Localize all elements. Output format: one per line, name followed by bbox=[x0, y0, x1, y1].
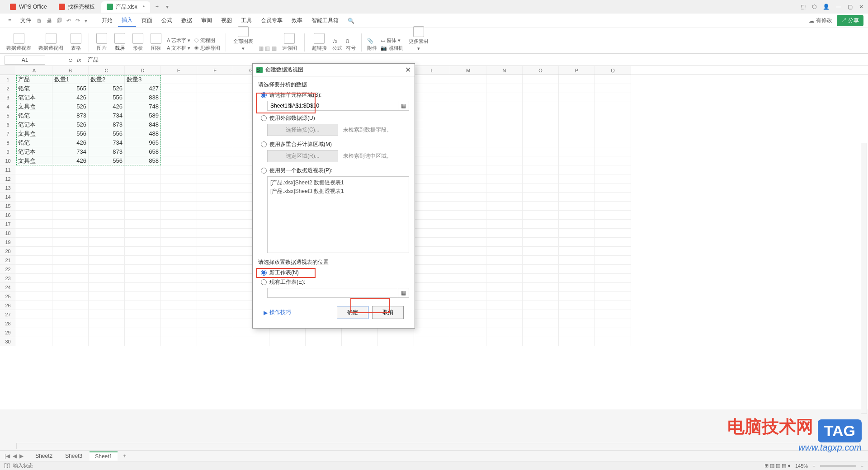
cell[interactable] bbox=[523, 156, 559, 165]
cell[interactable] bbox=[450, 265, 486, 274]
ribbon-textbox[interactable]: A 文本框 ▾ bbox=[167, 45, 190, 52]
radio-exist-input[interactable] bbox=[261, 279, 267, 285]
cell[interactable] bbox=[197, 111, 233, 120]
cell[interactable] bbox=[197, 84, 233, 93]
cell[interactable]: 数量2 bbox=[89, 75, 125, 84]
cell[interactable] bbox=[269, 328, 306, 337]
cell[interactable]: 笔记本 bbox=[16, 93, 52, 102]
col-header[interactable]: M bbox=[450, 66, 486, 75]
cell[interactable] bbox=[16, 247, 52, 256]
cell[interactable] bbox=[450, 193, 486, 202]
cell[interactable] bbox=[486, 202, 523, 211]
cell[interactable] bbox=[197, 319, 233, 328]
cell[interactable] bbox=[197, 75, 233, 84]
cell[interactable] bbox=[559, 310, 595, 319]
cell[interactable] bbox=[414, 310, 450, 319]
cell[interactable] bbox=[125, 238, 161, 247]
cell[interactable] bbox=[306, 337, 342, 346]
row-header[interactable]: 13 bbox=[0, 183, 16, 193]
cell[interactable] bbox=[89, 165, 125, 174]
cell[interactable] bbox=[161, 301, 197, 310]
cell[interactable] bbox=[450, 138, 486, 147]
cell[interactable] bbox=[125, 301, 161, 310]
qa-redo-icon[interactable]: ↷ bbox=[75, 18, 80, 24]
cell[interactable] bbox=[559, 156, 595, 165]
ribbon-icon[interactable]: 图标 bbox=[149, 33, 163, 52]
cell[interactable] bbox=[523, 84, 559, 93]
cell[interactable] bbox=[450, 120, 486, 129]
cell[interactable] bbox=[16, 220, 52, 229]
cell[interactable] bbox=[450, 211, 486, 220]
qa-print-icon[interactable]: 🖶 bbox=[47, 18, 52, 24]
cell[interactable] bbox=[161, 75, 197, 84]
cell[interactable] bbox=[197, 292, 233, 301]
cell[interactable] bbox=[559, 211, 595, 220]
cell[interactable] bbox=[197, 183, 233, 193]
cell[interactable] bbox=[559, 138, 595, 147]
cell[interactable] bbox=[161, 229, 197, 238]
cell[interactable] bbox=[197, 265, 233, 274]
exist-range-field[interactable] bbox=[267, 288, 398, 298]
zoom-in-button[interactable]: + bbox=[861, 463, 863, 469]
cell[interactable] bbox=[559, 111, 595, 120]
cell[interactable]: 铅笔 bbox=[16, 111, 52, 120]
cloud-status[interactable]: ☁ 有修改 bbox=[809, 17, 832, 24]
ribbon-mindmap[interactable]: ◈ 思维导图 bbox=[194, 45, 220, 52]
cell[interactable]: 文具盒 bbox=[16, 156, 52, 165]
new-tab-button[interactable]: + bbox=[151, 4, 163, 10]
cell[interactable]: 笔记本 bbox=[16, 120, 52, 129]
cell[interactable] bbox=[125, 165, 161, 174]
cell[interactable] bbox=[52, 174, 89, 183]
cell[interactable] bbox=[595, 274, 631, 283]
row-header[interactable]: 7 bbox=[0, 129, 16, 138]
menu-tools[interactable]: 工具 bbox=[237, 15, 255, 26]
row-header[interactable]: 6 bbox=[0, 120, 16, 129]
row-header[interactable]: 29 bbox=[0, 328, 16, 337]
zoom-slider[interactable] bbox=[820, 465, 856, 467]
cell[interactable] bbox=[523, 93, 559, 102]
cell[interactable] bbox=[16, 283, 52, 292]
cell[interactable] bbox=[450, 229, 486, 238]
cell[interactable] bbox=[378, 328, 414, 337]
cell[interactable] bbox=[16, 211, 52, 220]
cell[interactable] bbox=[52, 183, 89, 193]
ribbon-more[interactable]: 更多素材 ▾ bbox=[407, 26, 430, 52]
cell[interactable] bbox=[595, 328, 631, 337]
cell[interactable] bbox=[16, 238, 52, 247]
cell[interactable] bbox=[197, 220, 233, 229]
cell[interactable] bbox=[414, 337, 450, 346]
cell[interactable] bbox=[523, 211, 559, 220]
qa-open-icon[interactable]: 🗎 bbox=[37, 18, 42, 24]
cell[interactable]: 526 bbox=[52, 120, 89, 129]
ribbon-formula[interactable]: √x bbox=[332, 38, 342, 44]
cancel-button[interactable]: 取消 bbox=[372, 306, 404, 319]
menu-review[interactable]: 审阅 bbox=[198, 15, 216, 26]
cell[interactable] bbox=[414, 265, 450, 274]
menu-page[interactable]: 页面 bbox=[138, 15, 156, 26]
cell[interactable] bbox=[595, 84, 631, 93]
cell[interactable] bbox=[414, 274, 450, 283]
cell[interactable] bbox=[125, 337, 161, 346]
cell[interactable] bbox=[342, 337, 378, 346]
cell[interactable] bbox=[595, 292, 631, 301]
row-header[interactable]: 23 bbox=[0, 274, 16, 283]
cell[interactable] bbox=[595, 129, 631, 138]
cell[interactable] bbox=[414, 256, 450, 265]
cell[interactable] bbox=[161, 193, 197, 202]
cell[interactable] bbox=[450, 319, 486, 328]
cell[interactable]: 873 bbox=[89, 147, 125, 156]
cell[interactable] bbox=[89, 319, 125, 328]
col-header[interactable]: Q bbox=[595, 66, 631, 75]
cell[interactable] bbox=[197, 301, 233, 310]
row-header[interactable]: 19 bbox=[0, 238, 16, 247]
cell[interactable] bbox=[523, 120, 559, 129]
cell[interactable] bbox=[161, 274, 197, 283]
cell[interactable] bbox=[161, 283, 197, 292]
cell[interactable] bbox=[559, 120, 595, 129]
cell[interactable] bbox=[414, 283, 450, 292]
cell[interactable] bbox=[486, 174, 523, 183]
close-button[interactable]: ✕ bbox=[859, 4, 863, 10]
cell[interactable] bbox=[595, 147, 631, 156]
avatar-icon[interactable]: 👤 bbox=[823, 4, 830, 10]
cell[interactable] bbox=[595, 156, 631, 165]
